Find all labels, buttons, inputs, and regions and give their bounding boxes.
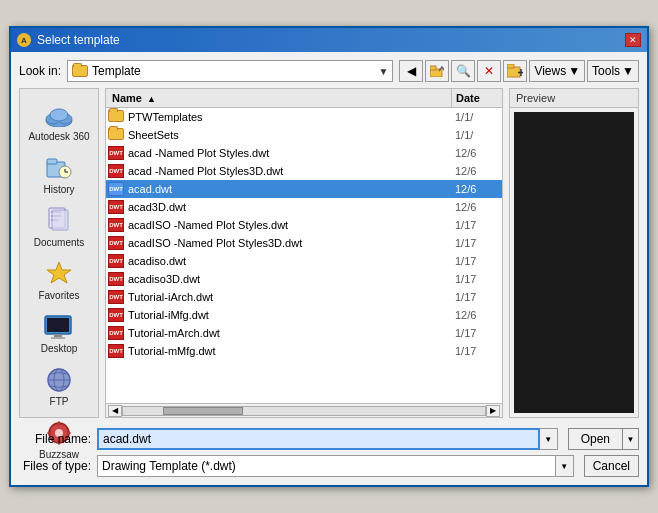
title-buttons: ✕ xyxy=(625,33,641,47)
files-of-type-label: Files of type: xyxy=(19,459,91,473)
scroll-left-button[interactable]: ◀ xyxy=(108,405,122,417)
sidebar-item-documents[interactable]: Documents xyxy=(24,203,94,252)
file-name-label: File name: xyxy=(19,432,91,446)
svg-rect-11 xyxy=(47,159,57,164)
sidebar-item-autodesk360[interactable]: Autodesk 360 xyxy=(24,97,94,146)
look-in-label: Look in: xyxy=(19,64,61,78)
list-item[interactable]: DWT acadiso3D.dwt 1/17 xyxy=(106,270,502,288)
dwt-icon: DWT xyxy=(108,164,124,178)
desktop-icon xyxy=(43,313,75,341)
files-of-type-value: Drawing Template (*.dwt) xyxy=(102,459,236,473)
delete-button[interactable]: ✕ xyxy=(477,60,501,82)
preview-image xyxy=(514,112,634,413)
dwt-icon: DWT xyxy=(108,236,124,250)
svg-rect-24 xyxy=(51,337,65,339)
list-item[interactable]: DWT acadISO -Named Plot Styles3D.dwt 1/1… xyxy=(106,234,502,252)
dwt-icon: DWT xyxy=(108,182,124,196)
file-date: 12/6 xyxy=(455,309,500,321)
dwt-icon: DWT xyxy=(108,272,124,286)
scrollbar-thumb[interactable] xyxy=(163,407,243,415)
folder-icon xyxy=(72,65,88,77)
file-date: 12/6 xyxy=(455,183,500,195)
svg-rect-22 xyxy=(47,318,69,332)
file-date: 1/17 xyxy=(455,237,500,249)
list-item[interactable]: SheetSets 1/1/ xyxy=(106,126,502,144)
dialog-title: Select template xyxy=(37,33,120,47)
file-name: acadISO -Named Plot Styles.dwt xyxy=(128,219,455,231)
scrollbar-track[interactable] xyxy=(122,406,486,416)
list-item[interactable]: DWT acadISO -Named Plot Styles.dwt 1/17 xyxy=(106,216,502,234)
chevron-down-icon: ▼ xyxy=(379,66,389,77)
file-name-input-wrapper: ▼ xyxy=(97,428,558,450)
list-item[interactable]: DWT acad.dwt 12/6 xyxy=(106,180,502,198)
preview-panel: Preview xyxy=(509,88,639,418)
tools-button[interactable]: Tools ▼ xyxy=(587,60,639,82)
dwt-icon: DWT xyxy=(108,146,124,160)
open-dropdown-button[interactable]: ▼ xyxy=(623,428,639,450)
file-name: Tutorial-iMfg.dwt xyxy=(128,309,455,321)
col-date-header[interactable]: Date xyxy=(452,89,502,107)
bottom-row: File name: ▼ Open ▼ Files of type: xyxy=(19,424,639,477)
svg-point-9 xyxy=(50,109,68,121)
file-name: acad -Named Plot Styles.dwt xyxy=(128,147,455,159)
list-item[interactable]: DWT Tutorial-iMfg.dwt 12/6 xyxy=(106,306,502,324)
title-bar-left: A Select template xyxy=(17,33,120,47)
toolbar-buttons: ◀ 🔍 ✕ xyxy=(399,60,639,82)
col-name-header[interactable]: Name ▲ xyxy=(106,89,452,107)
file-date: 1/17 xyxy=(455,255,500,267)
back-button[interactable]: ◀ xyxy=(399,60,423,82)
sidebar-item-ftp[interactable]: FTP xyxy=(24,362,94,411)
list-item[interactable]: PTWTemplates 1/1/ xyxy=(106,108,502,126)
new-folder-button[interactable] xyxy=(503,60,527,82)
files-of-type-wrapper: Drawing Template (*.dwt) ▼ xyxy=(97,455,574,477)
file-date: 12/6 xyxy=(455,165,500,177)
dwt-icon: DWT xyxy=(108,326,124,340)
file-name: Tutorial-mArch.dwt xyxy=(128,327,455,339)
file-name-input[interactable] xyxy=(97,428,540,450)
files-of-type-arrow[interactable]: ▼ xyxy=(556,455,574,477)
horizontal-scrollbar: ◀ ▶ xyxy=(106,403,502,417)
list-item[interactable]: DWT Tutorial-iArch.dwt 1/17 xyxy=(106,288,502,306)
close-button[interactable]: ✕ xyxy=(625,33,641,47)
file-list-header: Name ▲ Date xyxy=(106,89,502,108)
open-button[interactable]: Open xyxy=(568,428,623,450)
sidebar-item-desktop[interactable]: Desktop xyxy=(24,309,94,358)
sidebar-item-history[interactable]: History xyxy=(24,150,94,199)
history-icon xyxy=(43,154,75,182)
file-name: acadiso.dwt xyxy=(128,255,455,267)
file-date: 1/17 xyxy=(455,273,500,285)
file-name: acadISO -Named Plot Styles3D.dwt xyxy=(128,237,455,249)
list-item[interactable]: DWT acadiso.dwt 1/17 xyxy=(106,252,502,270)
cloud-icon xyxy=(43,101,75,129)
list-item[interactable]: DWT acad3D.dwt 12/6 xyxy=(106,198,502,216)
list-item[interactable]: DWT acad -Named Plot Styles.dwt 12/6 xyxy=(106,144,502,162)
file-name: SheetSets xyxy=(128,129,455,141)
tools-arrow-icon: ▼ xyxy=(622,64,634,78)
folder-icon xyxy=(108,110,124,122)
up-folder-button[interactable] xyxy=(425,60,449,82)
folder-icon xyxy=(108,128,124,140)
sidebar-item-favorites[interactable]: Favorites xyxy=(24,256,94,305)
views-arrow-icon: ▼ xyxy=(568,64,580,78)
scroll-right-button[interactable]: ▶ xyxy=(486,405,500,417)
app-icon: A xyxy=(17,33,31,47)
files-of-type-dropdown[interactable]: Drawing Template (*.dwt) xyxy=(97,455,556,477)
left-panel: Autodesk 360 History xyxy=(19,88,99,418)
desktop-label: Desktop xyxy=(41,343,78,354)
search-button[interactable]: 🔍 xyxy=(451,60,475,82)
dwt-icon: DWT xyxy=(108,218,124,232)
list-item[interactable]: DWT Tutorial-mMfg.dwt 1/17 xyxy=(106,342,502,360)
documents-icon xyxy=(43,207,75,235)
file-name-dropdown-button[interactable]: ▼ xyxy=(540,428,558,450)
dwt-icon: DWT xyxy=(108,254,124,268)
file-date: 1/1/ xyxy=(455,111,500,123)
ftp-label: FTP xyxy=(50,396,69,407)
cancel-button[interactable]: Cancel xyxy=(584,455,639,477)
open-cancel-buttons: Open ▼ xyxy=(568,428,639,450)
file-list: PTWTemplates 1/1/ SheetSets 1/1/ DWT aca… xyxy=(106,108,502,403)
views-button[interactable]: Views ▼ xyxy=(529,60,585,82)
list-item[interactable]: DWT acad -Named Plot Styles3D.dwt 12/6 xyxy=(106,162,502,180)
svg-rect-1 xyxy=(430,66,436,70)
look-in-dropdown[interactable]: Template ▼ xyxy=(67,60,393,82)
list-item[interactable]: DWT Tutorial-mArch.dwt 1/17 xyxy=(106,324,502,342)
